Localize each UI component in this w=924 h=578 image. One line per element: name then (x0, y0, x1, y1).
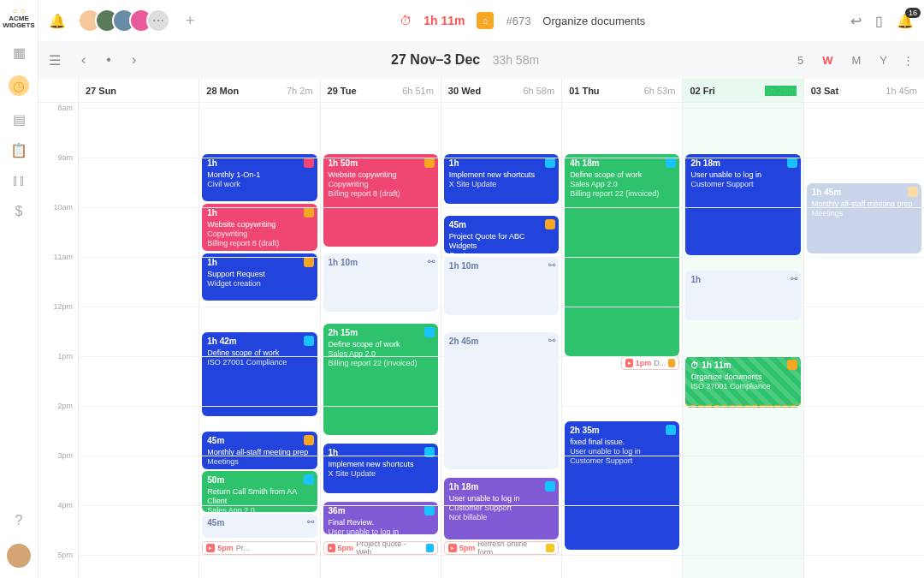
view-week[interactable]: W (819, 52, 836, 69)
undo-icon[interactable]: ↩ (850, 13, 862, 29)
calendar-event[interactable]: 45m⚯ (202, 514, 317, 538)
active-timer[interactable]: 1h 11m (424, 14, 465, 27)
calendar-event[interactable]: 1h⚯ (685, 271, 800, 320)
team-avatars[interactable]: ⋯ (78, 9, 170, 33)
calendar-event[interactable]: 1hImplement new shortcutsX Site Update (323, 444, 438, 493)
view-5[interactable]: 5 (794, 52, 807, 69)
event-tag-icon (304, 474, 314, 485)
col-mon[interactable]: 1hMonthly 1-On-1Civil work1hWebsite copy… (198, 103, 319, 578)
calendar-event[interactable]: 36mFinal Review.User unable to log in (323, 502, 438, 534)
calendar-event[interactable]: 1h 42mDefine scope of workISO 27001 Comp… (202, 332, 317, 416)
event-tag-icon (304, 435, 314, 445)
bell-icon[interactable]: 🔔 (49, 13, 66, 29)
col-sat[interactable]: 1h 45mMonthly all-staff meeting prepMeet… (803, 103, 924, 578)
help-icon[interactable]: ? (11, 513, 27, 528)
topbar: 🔔 ⋯ + ⏱ 1h 11m ⌂ #673 Organize documents… (38, 0, 924, 41)
calendar-event[interactable]: 1h 10m⚯ (444, 257, 559, 315)
task-id[interactable]: #673 (506, 15, 530, 27)
day-header[interactable]: 27 Sun (78, 79, 198, 102)
day-header[interactable]: 30 Wed6h 58m (441, 79, 561, 102)
calendar-event[interactable]: 2h 45m⚯ (444, 332, 559, 469)
event-tag-icon (424, 447, 435, 457)
calendar-event[interactable]: 1hMonthly 1-On-1Civil work (202, 154, 317, 201)
nav-icon-billing[interactable]: $ (11, 204, 27, 219)
time-label: 11am (53, 253, 73, 261)
calendar-event[interactable]: 1hWebsite copywritingCopywritingBilling … (202, 204, 317, 251)
event-tag-icon (666, 158, 676, 168)
view-year[interactable]: Y (876, 52, 891, 69)
time-label: 12pm (53, 302, 73, 311)
event-tag-icon (908, 187, 918, 197)
time-label: 10am (53, 203, 73, 212)
event-tag-icon (545, 219, 555, 229)
event-tag-icon (424, 327, 435, 337)
nav-icon-clipboard[interactable]: 📋 (11, 142, 27, 158)
nav-icon-timer[interactable]: ◷ (9, 75, 29, 96)
notifications-icon[interactable]: 🔔16 (897, 13, 914, 29)
calendar-event[interactable]: 2h 18mUser unable to log inCustomer Supp… (685, 154, 800, 255)
event-tag-icon (304, 158, 314, 168)
calendar-event[interactable]: 1h 45mMonthly all-staff meeting prepMeet… (807, 183, 921, 253)
stopwatch-icon: ⏱ (400, 14, 412, 27)
day-header[interactable]: 02 Fri6h 28m (682, 79, 803, 102)
allday-event[interactable]: ▸5pm Pr... (202, 541, 317, 555)
sidebar: ACME WIDGETS ▦ ◷ ▤ 📋 ⫿⫿ $ ? (0, 0, 38, 578)
view-month[interactable]: M (848, 52, 864, 69)
prev-icon[interactable]: ‹ (81, 52, 86, 68)
event-tag-icon (545, 158, 555, 168)
event-tag-icon (424, 505, 435, 515)
day-header[interactable]: 29 Tue6h 51m (320, 79, 441, 102)
nav-icon-projects[interactable]: ▤ (11, 111, 27, 127)
time-label: 5pm (57, 551, 73, 559)
link-icon: ⚯ (791, 274, 797, 285)
col-tue[interactable]: 1h 50mWebsite copywritingCopywritingBill… (320, 103, 441, 578)
time-label: 3pm (57, 451, 73, 460)
calendar-event[interactable]: 1h 18mUser unable to log inCustomer Supp… (444, 478, 559, 539)
date-range: 27 Nov–3 Dec (391, 52, 480, 67)
time-label: 8am (57, 104, 73, 112)
today-icon[interactable]: • (106, 52, 111, 68)
calendar-event[interactable]: 2h 15mDefine scope of workSales App 2.0B… (323, 324, 438, 435)
calendar-event[interactable]: 2h 35mfixed final issue.User unable to l… (565, 421, 679, 550)
allday-event[interactable]: ▸5pm Refresh online form (444, 541, 559, 555)
logo: ACME WIDGETS (0, 7, 38, 29)
add-member-icon[interactable]: + (186, 12, 195, 30)
more-icon[interactable]: ⋮ (903, 54, 914, 67)
task-home-icon: ⌂ (477, 12, 494, 29)
day-header[interactable]: 03 Sat1h 45m (803, 79, 924, 102)
event-tag-icon (787, 360, 797, 370)
allday-event[interactable]: ▸5pm Project quote - Web... (323, 541, 438, 555)
link-icon: ⚯ (428, 257, 435, 268)
task-name[interactable]: Organize documents (542, 15, 645, 27)
calendar-event[interactable]: ⏱ 1h 11mOrganize documentsISO 27001 Comp… (685, 356, 800, 408)
event-tag-icon (545, 481, 555, 492)
day-header[interactable]: 28 Mon7h 2m (198, 79, 319, 102)
col-wed[interactable]: 1hImplement new shortcutsX Site Update45… (441, 103, 561, 578)
calendar-event[interactable]: 1h 10m⚯ (323, 253, 438, 312)
day-header-row: 27 Sun 28 Mon7h 2m 29 Tue6h 51m 30 Wed6h… (38, 79, 924, 103)
col-fri[interactable]: 2h 18mUser unable to log inCustomer Supp… (682, 103, 803, 578)
calendar-event[interactable]: 50mReturn Call Smith from AA ClientSales… (202, 471, 317, 512)
calendar-event[interactable]: 1hImplement new shortcutsX Site Update (444, 154, 559, 204)
calendar-event[interactable]: 1h 50mWebsite copywritingCopywritingBill… (323, 154, 438, 247)
calendar-event[interactable]: 1hSupport RequestWidget creation (202, 253, 317, 301)
user-avatar[interactable] (7, 544, 31, 568)
week-total: 33h 58m (493, 53, 539, 67)
avatar-more[interactable]: ⋯ (146, 9, 170, 33)
event-tag-icon (304, 336, 314, 346)
link-icon: ⚯ (307, 517, 314, 528)
nav-icon-reports[interactable]: ⫿⫿ (11, 173, 27, 188)
calendar-event[interactable]: 45mProject Quote for ABC WidgetsQuotes (444, 216, 559, 253)
bookmark-icon[interactable]: ▯ (875, 13, 883, 29)
menu-icon[interactable]: ☰ (49, 52, 61, 69)
calendar-event[interactable]: 4h 18mDefine scope of workSales App 2.0B… (565, 154, 679, 356)
time-label: 2pm (57, 402, 73, 410)
col-thu[interactable]: 4h 18mDefine scope of workSales App 2.0B… (561, 103, 682, 578)
col-sun[interactable] (78, 103, 198, 578)
calendar-event[interactable]: 45mMonthly all-staff meeting prepMeeting… (202, 432, 317, 469)
event-tag-icon (304, 257, 314, 267)
day-header[interactable]: 01 Thu6h 53m (561, 79, 682, 102)
link-icon: ⚯ (548, 260, 555, 271)
allday-event[interactable]: ▸1pm D... (621, 356, 679, 370)
nav-icon-dashboard[interactable]: ▦ (11, 45, 27, 60)
